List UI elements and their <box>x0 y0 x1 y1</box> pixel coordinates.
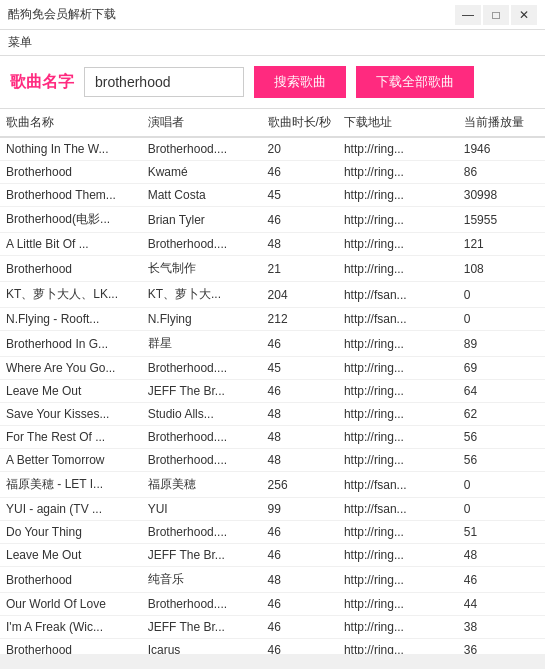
table-row[interactable]: N.Flying - Rooft...N.Flying212http://fsa… <box>0 308 545 331</box>
table-cell: 46 <box>262 521 338 544</box>
col-header-duration: 歌曲时长/秒 <box>262 109 338 137</box>
table-cell: http://ring... <box>338 233 458 256</box>
table-cell: Brotherhood <box>0 639 142 655</box>
search-bar: 歌曲名字 搜索歌曲 下载全部歌曲 <box>0 56 545 109</box>
title-bar: 酷狗免会员解析下载 — □ ✕ <box>0 0 545 30</box>
table-cell: 204 <box>262 282 338 308</box>
table-header-row: 歌曲名称 演唱者 歌曲时长/秒 下载地址 当前播放量 <box>0 109 545 137</box>
table-cell: 长气制作 <box>142 256 262 282</box>
table-row[interactable]: Our World Of LoveBrotherhood....46http:/… <box>0 593 545 616</box>
table-cell: Brotherhood.... <box>142 357 262 380</box>
table-cell: 212 <box>262 308 338 331</box>
table-cell: http://fsan... <box>338 308 458 331</box>
table-cell: 48 <box>262 233 338 256</box>
table-cell: 福原美穂 - LET I... <box>0 472 142 498</box>
table-cell: 21 <box>262 256 338 282</box>
table-cell: 56 <box>458 449 545 472</box>
menu-label[interactable]: 菜单 <box>8 35 32 49</box>
table-cell: 36 <box>458 639 545 655</box>
table-cell: Brian Tyler <box>142 207 262 233</box>
table-cell: http://ring... <box>338 403 458 426</box>
table-cell: Leave Me Out <box>0 544 142 567</box>
results-table: 歌曲名称 演唱者 歌曲时长/秒 下载地址 当前播放量 Nothing In Th… <box>0 109 545 654</box>
table-cell: For The Rest Of ... <box>0 426 142 449</box>
table-cell: 20 <box>262 137 338 161</box>
table-cell: http://ring... <box>338 184 458 207</box>
table-cell: http://ring... <box>338 207 458 233</box>
table-cell: http://fsan... <box>338 472 458 498</box>
table-cell: 256 <box>262 472 338 498</box>
table-cell: Where Are You Go... <box>0 357 142 380</box>
table-cell: Our World Of Love <box>0 593 142 616</box>
table-cell: 86 <box>458 161 545 184</box>
table-cell: A Better Tomorrow <box>0 449 142 472</box>
table-cell: 51 <box>458 521 545 544</box>
table-cell: 46 <box>262 616 338 639</box>
table-row[interactable]: BrotherhoodKwamé46http://ring...86 <box>0 161 545 184</box>
table-cell: 64 <box>458 380 545 403</box>
table-cell: 0 <box>458 282 545 308</box>
minimize-button[interactable]: — <box>455 5 481 25</box>
table-cell: http://ring... <box>338 331 458 357</box>
table-row[interactable]: For The Rest Of ...Brotherhood....48http… <box>0 426 545 449</box>
window-controls: — □ ✕ <box>455 5 537 25</box>
table-cell: 48 <box>458 544 545 567</box>
table-row[interactable]: BrotherhoodIcarus46http://ring...36 <box>0 639 545 655</box>
table-cell: 56 <box>458 426 545 449</box>
table-cell: 0 <box>458 498 545 521</box>
table-cell: http://ring... <box>338 521 458 544</box>
table-cell: 46 <box>262 331 338 357</box>
table-cell: A Little Bit Of ... <box>0 233 142 256</box>
table-row[interactable]: Do Your ThingBrotherhood....46http://rin… <box>0 521 545 544</box>
table-cell: KT、萝卜大人、LK... <box>0 282 142 308</box>
search-button[interactable]: 搜索歌曲 <box>254 66 346 98</box>
table-cell: Brotherhood In G... <box>0 331 142 357</box>
table-cell: 15955 <box>458 207 545 233</box>
maximize-button[interactable]: □ <box>483 5 509 25</box>
table-cell: 62 <box>458 403 545 426</box>
table-cell: http://ring... <box>338 357 458 380</box>
table-body: Nothing In The W...Brotherhood....20http… <box>0 137 545 654</box>
table-cell: 48 <box>262 567 338 593</box>
table-row[interactable]: A Little Bit Of ...Brotherhood....48http… <box>0 233 545 256</box>
table-row[interactable]: Brotherhood Them...Matt Costa45http://ri… <box>0 184 545 207</box>
table-cell: Save Your Kisses... <box>0 403 142 426</box>
table-row[interactable]: Brotherhood长气制作21http://ring...108 <box>0 256 545 282</box>
download-all-button[interactable]: 下载全部歌曲 <box>356 66 474 98</box>
table-cell: http://ring... <box>338 449 458 472</box>
table-cell: http://fsan... <box>338 498 458 521</box>
table-row[interactable]: Brotherhood纯音乐48http://ring...46 <box>0 567 545 593</box>
table-cell: http://ring... <box>338 256 458 282</box>
table-row[interactable]: Brotherhood(电影...Brian Tyler46http://rin… <box>0 207 545 233</box>
close-button[interactable]: ✕ <box>511 5 537 25</box>
table-cell: Brotherhood.... <box>142 233 262 256</box>
table-cell: Brotherhood <box>0 161 142 184</box>
table-row[interactable]: Leave Me OutJEFF The Br...46http://ring.… <box>0 380 545 403</box>
table-cell: http://ring... <box>338 567 458 593</box>
table-cell: 群星 <box>142 331 262 357</box>
table-cell: Brotherhood(电影... <box>0 207 142 233</box>
table-row[interactable]: Nothing In The W...Brotherhood....20http… <box>0 137 545 161</box>
table-cell: Brotherhood Them... <box>0 184 142 207</box>
table-cell: JEFF The Br... <box>142 616 262 639</box>
table-cell: 46 <box>262 593 338 616</box>
table-row[interactable]: YUI - again (TV ...YUI99http://fsan...0 <box>0 498 545 521</box>
table-row[interactable]: A Better TomorrowBrotherhood....48http:/… <box>0 449 545 472</box>
table-row[interactable]: 福原美穂 - LET I...福原美穂256http://fsan...0 <box>0 472 545 498</box>
table-row[interactable]: Save Your Kisses...Studio Alls...48http:… <box>0 403 545 426</box>
table-row[interactable]: Where Are You Go...Brotherhood....45http… <box>0 357 545 380</box>
table-row[interactable]: Brotherhood In G...群星46http://ring...89 <box>0 331 545 357</box>
table-cell: Icarus <box>142 639 262 655</box>
table-cell: 45 <box>262 357 338 380</box>
table-cell: 福原美穂 <box>142 472 262 498</box>
table-cell: 44 <box>458 593 545 616</box>
table-cell: http://ring... <box>338 426 458 449</box>
table-cell: Studio Alls... <box>142 403 262 426</box>
table-cell: 46 <box>262 161 338 184</box>
table-cell: N.Flying <box>142 308 262 331</box>
table-row[interactable]: Leave Me OutJEFF The Br...46http://ring.… <box>0 544 545 567</box>
search-input[interactable] <box>84 67 244 97</box>
table-row[interactable]: I'm A Freak (Wic...JEFF The Br...46http:… <box>0 616 545 639</box>
col-header-artist: 演唱者 <box>142 109 262 137</box>
table-row[interactable]: KT、萝卜大人、LK...KT、萝卜大...204http://fsan...0 <box>0 282 545 308</box>
